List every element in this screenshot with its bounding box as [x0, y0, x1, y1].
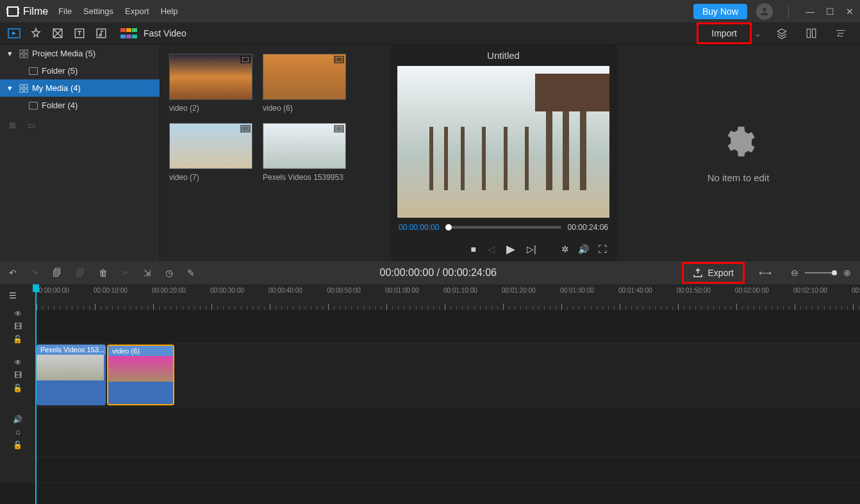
visibility-icon[interactable]: 👁 — [14, 309, 22, 318]
buy-now-button[interactable]: Buy Now — [693, 4, 747, 19]
export-icon — [693, 268, 703, 277]
fast-video-button[interactable]: Fast Video — [120, 28, 186, 38]
media-label: video (2) — [169, 104, 252, 113]
close-button[interactable]: ✕ — [846, 6, 854, 17]
avatar[interactable] — [756, 3, 773, 20]
fit-icon[interactable]: ⟷ — [759, 268, 772, 278]
layers-icon[interactable] — [773, 24, 791, 42]
tree-folder-4[interactable]: Folder (4) — [0, 97, 160, 114]
timeline-tracks: 👁 🎞 🔓 👁 🎞 🔓 Pexels Videos 153... video (… — [0, 310, 860, 483]
tree-folder5-label: Folder (5) — [42, 66, 78, 76]
menu-bar: File Settings Export Help — [58, 6, 178, 16]
redo-button[interactable]: ↷ — [31, 268, 38, 278]
minimize-button[interactable]: — — [806, 6, 815, 17]
menu-export[interactable]: Export — [125, 6, 149, 16]
next-frame-button[interactable]: ▷| — [527, 244, 536, 254]
export-button[interactable]: Export — [682, 262, 745, 284]
media-item[interactable]: video (6) — [263, 54, 346, 113]
svg-rect-23 — [242, 126, 249, 131]
video-icon — [240, 56, 251, 63]
crop-button[interactable]: ⇲ — [144, 268, 151, 278]
fullscreen-icon[interactable]: ⛶ — [598, 244, 607, 254]
video-icon — [334, 56, 344, 63]
svg-rect-4 — [17, 12, 19, 13]
import-button[interactable]: Import — [697, 22, 752, 44]
film-icon: 🎞 — [14, 371, 22, 380]
titlebar: Filme File Settings Export Help Buy Now … — [0, 0, 860, 22]
toolbar: Fast Video Import ⌄ — [0, 22, 860, 45]
current-time: 00:00:00:00 — [399, 223, 439, 232]
timeline-clip-selected[interactable]: video (6) — [107, 345, 174, 405]
svg-rect-22 — [336, 57, 342, 62]
lock-icon[interactable]: 🔓 — [13, 335, 22, 344]
visibility-icon[interactable]: 👁 — [14, 358, 22, 367]
menu-settings[interactable]: Settings — [83, 6, 113, 16]
tree-mymedia-label: My Media (4) — [32, 83, 81, 93]
folder-icon — [29, 102, 38, 110]
effects-tab-icon[interactable] — [27, 24, 45, 42]
gear-icon — [720, 124, 756, 159]
timeline-clip[interactable]: Pexels Videos 153... — [37, 345, 106, 405]
split-button[interactable]: ✂ — [122, 268, 129, 278]
copy-button[interactable]: 🗐 — [53, 268, 62, 278]
svg-rect-13 — [20, 50, 23, 53]
video-icon — [334, 125, 344, 133]
film-icon: 🎞 — [14, 322, 22, 331]
zoom-slider[interactable] — [805, 272, 837, 273]
folder-icon — [29, 67, 38, 75]
maximize-button[interactable]: ☐ — [826, 6, 834, 17]
svg-rect-12 — [813, 29, 816, 38]
play-button[interactable]: ▶ — [506, 242, 515, 256]
zoom-in-icon[interactable]: ⊕ — [843, 268, 851, 278]
video-track-1: 👁 🎞 🔓 Pexels Videos 153... video (6) — [0, 343, 860, 407]
tree-project-media[interactable]: ▾ Project Media (5) — [0, 45, 160, 62]
video-icon — [240, 125, 251, 133]
media-tab-icon[interactable] — [5, 24, 23, 42]
menu-help[interactable]: Help — [161, 6, 178, 16]
settings-icon[interactable]: ✲ — [561, 244, 569, 254]
app-name: Filme — [23, 6, 48, 17]
media-item[interactable]: video (7) — [169, 123, 252, 182]
speed-button[interactable]: ◷ — [165, 268, 173, 278]
undo-button[interactable]: ↶ — [9, 268, 17, 278]
paste-button[interactable]: 🗐 — [76, 268, 85, 278]
app-logo — [6, 5, 19, 18]
svg-rect-20 — [24, 89, 28, 92]
folder-icon[interactable]: ▭ — [28, 120, 35, 130]
prev-frame-button[interactable]: ◁ — [488, 244, 495, 254]
volume-icon[interactable]: 🔊 — [578, 244, 589, 254]
timeline-menu-icon[interactable]: ☰ — [9, 291, 17, 300]
tree-project-label: Project Media (5) — [32, 49, 95, 58]
tree-folder-5[interactable]: Folder (5) — [0, 62, 160, 79]
add-folder-icon[interactable]: ⊞ — [9, 120, 16, 130]
sort-icon[interactable] — [832, 24, 850, 42]
preview-title: Untitled — [391, 45, 616, 66]
grid-view-icon[interactable] — [802, 24, 820, 42]
playhead[interactable] — [35, 284, 37, 504]
svg-rect-19 — [20, 89, 23, 92]
svg-point-5 — [763, 8, 766, 12]
transitions-tab-icon[interactable] — [49, 24, 67, 42]
timeline-time: 00:00:00:00 / 00:00:24:06 — [209, 267, 668, 279]
lock-icon[interactable]: 🔓 — [13, 441, 22, 450]
svg-rect-16 — [24, 54, 28, 58]
volume-icon[interactable]: 🔊 — [13, 415, 22, 424]
tree-my-media[interactable]: ▾ My Media (4) — [0, 79, 160, 97]
timeline-ruler[interactable]: ☰ 00:00:00:0000:00:10:0000:00:20:0000:00… — [0, 284, 860, 310]
edit-button[interactable]: ✎ — [187, 268, 195, 278]
zoom-out-icon[interactable]: ⊖ — [791, 268, 798, 278]
lock-icon[interactable]: 🔓 — [13, 384, 22, 393]
menu-file[interactable]: File — [58, 6, 72, 16]
timeline-toolbar: ↶ ↷ 🗐 🗐 🗑 ✂ ⇲ ◷ ✎ 00:00:00:00 / 00:00:24… — [0, 261, 860, 284]
media-item[interactable]: video (2) — [169, 54, 252, 113]
text-tab-icon[interactable] — [70, 24, 88, 42]
clip-label: Pexels Videos 153... — [37, 345, 106, 355]
media-sidebar: ▾ Project Media (5) Folder (5) ▾ My Medi… — [0, 45, 160, 261]
media-item[interactable]: Pexels Videos 1539953 — [263, 123, 346, 182]
preview-video[interactable] — [397, 66, 609, 218]
no-item-label: No item to edit — [707, 172, 770, 183]
scrubber[interactable] — [445, 226, 561, 229]
audio-tab-icon[interactable] — [92, 24, 110, 42]
stop-button[interactable]: ■ — [470, 244, 475, 254]
delete-button[interactable]: 🗑 — [99, 268, 108, 278]
